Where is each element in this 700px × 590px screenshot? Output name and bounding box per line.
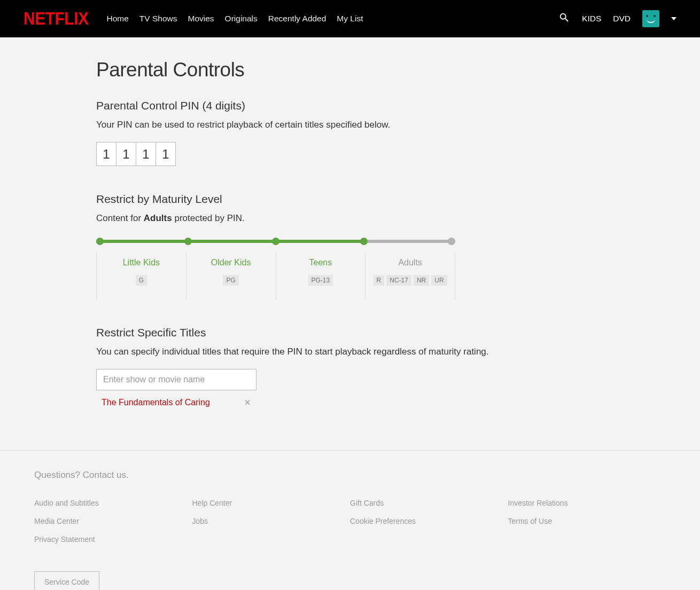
- pin-section-title: Parental Control PIN (4 digits): [96, 99, 604, 112]
- profile-avatar[interactable]: [642, 10, 659, 27]
- nav-tv-shows[interactable]: TV Shows: [139, 14, 177, 23]
- maturity-level-label: Older Kids: [186, 258, 276, 268]
- footer-link[interactable]: Privacy Statement: [34, 535, 192, 544]
- dvd-link[interactable]: DVD: [613, 14, 631, 23]
- service-code-button[interactable]: Service Code: [34, 571, 99, 590]
- remove-title-icon[interactable]: ✕: [244, 398, 251, 407]
- titles-section-desc: You can specify individual titles that r…: [96, 347, 604, 357]
- pin-section-desc: Your PIN can be used to restrict playbac…: [96, 120, 604, 130]
- page-title: Parental Controls: [96, 59, 604, 81]
- search-icon[interactable]: [558, 12, 570, 26]
- pin-digit-1[interactable]: 1: [96, 142, 116, 166]
- footer-link[interactable]: Cookie Preferences: [350, 517, 508, 525]
- maturity-level-label: Little Kids: [97, 258, 186, 268]
- maturity-levels: Little KidsGOlder KidsPGTeensPG-13Adults…: [96, 253, 455, 300]
- footer: Questions? Contact us. Audio and Subtitl…: [0, 450, 700, 590]
- maturity-desc-post: protected by PIN.: [172, 213, 245, 223]
- kids-link[interactable]: KIDS: [582, 14, 601, 23]
- netflix-logo[interactable]: NETFLIX: [24, 9, 89, 28]
- slider-dot-1[interactable]: [184, 238, 192, 245]
- maturity-level-2[interactable]: TeensPG-13: [276, 253, 366, 300]
- primary-nav: Home TV Shows Movies Originals Recently …: [107, 14, 363, 23]
- slider-dot-3[interactable]: [360, 238, 368, 245]
- footer-contact[interactable]: Questions? Contact us.: [34, 470, 666, 481]
- slider-dot-0[interactable]: [96, 238, 104, 245]
- nav-home[interactable]: Home: [107, 14, 129, 23]
- slider-dot-2[interactable]: [272, 238, 279, 245]
- ratings-row: PG-13: [276, 275, 365, 286]
- maturity-desc-pre: Content for: [96, 213, 144, 223]
- main-content: Parental Controls Parental Control PIN (…: [96, 37, 604, 450]
- restricted-title-row: The Fundamentals of Caring✕: [96, 390, 256, 407]
- maturity-section: Restrict by Maturity Level Content for A…: [96, 193, 604, 300]
- restricted-titles-list: The Fundamentals of Caring✕: [96, 390, 604, 407]
- maturity-section-desc: Content for Adults protected by PIN.: [96, 213, 604, 224]
- maturity-level-3[interactable]: AdultsRNC-17NRUR: [365, 253, 455, 300]
- maturity-slider[interactable]: Little KidsGOlder KidsPGTeensPG-13Adults…: [96, 240, 455, 300]
- maturity-level-label: Adults: [365, 258, 455, 268]
- maturity-section-title: Restrict by Maturity Level: [96, 193, 604, 206]
- ratings-row: G: [97, 275, 186, 286]
- ratings-row: PG: [186, 275, 276, 286]
- header-right: KIDS DVD: [558, 10, 676, 27]
- footer-link[interactable]: Help Center: [192, 499, 351, 507]
- rating-badge: PG-13: [308, 275, 333, 286]
- pin-digit-3[interactable]: 1: [136, 142, 156, 166]
- rating-badge: UR: [431, 275, 447, 286]
- pin-digit-2[interactable]: 1: [116, 142, 136, 166]
- slider-dot-4[interactable]: [448, 238, 455, 245]
- profile-caret-icon[interactable]: [671, 17, 676, 20]
- nav-recently-added[interactable]: Recently Added: [268, 14, 326, 23]
- pin-section: Parental Control PIN (4 digits) Your PIN…: [96, 99, 604, 166]
- footer-link[interactable]: Gift Cards: [350, 499, 508, 507]
- slider-dots: [96, 238, 455, 245]
- rating-badge: NR: [414, 275, 429, 286]
- restricted-title-name: The Fundamentals of Caring: [102, 398, 210, 407]
- rating-badge: PG: [223, 275, 238, 286]
- nav-originals[interactable]: Originals: [225, 14, 258, 23]
- footer-link[interactable]: Terms of Use: [508, 517, 666, 525]
- maturity-desc-bold: Adults: [144, 213, 172, 223]
- rating-badge: NC-17: [386, 275, 411, 286]
- rating-badge: R: [374, 275, 385, 286]
- footer-link[interactable]: Media Center: [34, 517, 192, 525]
- maturity-level-1[interactable]: Older KidsPG: [186, 253, 276, 300]
- maturity-level-0[interactable]: Little KidsG: [96, 253, 186, 300]
- pin-input-row: 1 1 1 1: [96, 142, 604, 166]
- footer-links: Audio and SubtitlesHelp CenterGift Cards…: [34, 499, 666, 544]
- maturity-level-label: Teens: [276, 258, 365, 268]
- footer-link[interactable]: Investor Relations: [508, 499, 666, 507]
- titles-section: Restrict Specific Titles You can specify…: [96, 326, 604, 407]
- footer-link[interactable]: Audio and Subtitles: [34, 499, 192, 507]
- footer-link[interactable]: Jobs: [192, 517, 351, 525]
- rating-badge: G: [136, 275, 147, 286]
- nav-movies[interactable]: Movies: [188, 14, 214, 23]
- header: NETFLIX Home TV Shows Movies Originals R…: [0, 0, 700, 37]
- pin-digit-4[interactable]: 1: [155, 142, 176, 166]
- titles-section-title: Restrict Specific Titles: [96, 326, 604, 339]
- ratings-row: RNC-17NRUR: [365, 275, 455, 286]
- nav-my-list[interactable]: My List: [337, 14, 363, 23]
- title-search-input[interactable]: [96, 369, 256, 390]
